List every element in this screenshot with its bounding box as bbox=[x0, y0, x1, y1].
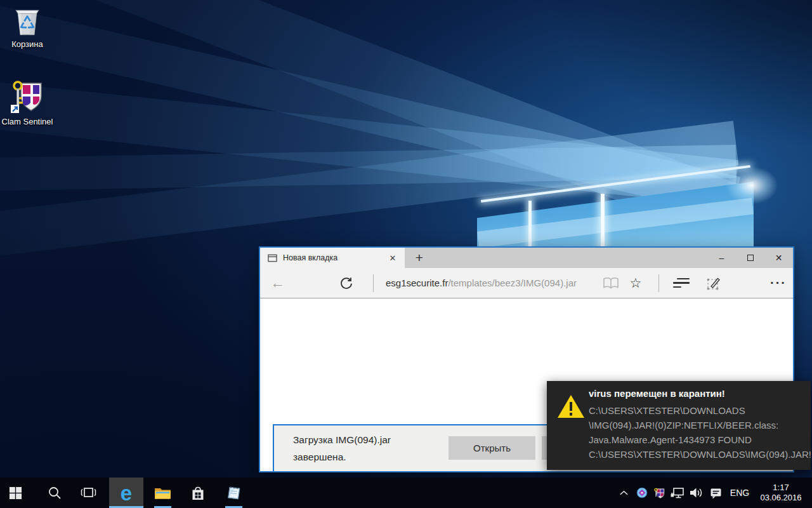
favorites-button[interactable]: ☆ bbox=[626, 274, 645, 293]
tab-page-icon bbox=[268, 254, 277, 262]
notepad-icon bbox=[226, 485, 242, 500]
minimize-button[interactable]: – bbox=[707, 248, 736, 268]
chevron-up-icon bbox=[619, 490, 629, 496]
toolbar-separator bbox=[658, 274, 659, 292]
taskbar-store-button[interactable] bbox=[181, 478, 214, 508]
file-explorer-icon bbox=[154, 486, 171, 500]
notification-line: Java.Malware.Agent-1434973 FOUND bbox=[589, 432, 811, 447]
taskbar-file-explorer-button[interactable] bbox=[146, 478, 179, 508]
start-button[interactable] bbox=[0, 478, 30, 508]
notification-line: C:\USERS\XTESTER\DOWNLOADS\IMG(094).JAR!… bbox=[589, 447, 811, 462]
taskbar-edge-button[interactable]: e bbox=[109, 478, 143, 508]
volume-icon bbox=[689, 487, 703, 498]
hub-icon bbox=[677, 278, 690, 279]
web-note-button[interactable] bbox=[704, 274, 723, 293]
task-view-button[interactable] bbox=[72, 478, 104, 508]
clam-sentinel-tray-icon bbox=[654, 488, 665, 498]
desktop-icon-label: Корзина bbox=[11, 39, 43, 49]
hub-button[interactable] bbox=[671, 274, 691, 293]
tray-clamwin-icon[interactable] bbox=[633, 478, 651, 508]
tab-close-icon[interactable]: ✕ bbox=[386, 253, 400, 263]
system-tray: ENG 1:17 03.06.2016 bbox=[614, 478, 812, 508]
notification-line: C:\USERS\XTESTER\DOWNLOADS bbox=[589, 403, 811, 418]
desktop-icon-recycle-bin[interactable]: Корзина bbox=[0, 6, 55, 49]
more-actions-button[interactable]: ··· bbox=[768, 274, 789, 293]
tray-clam-sentinel-icon[interactable] bbox=[651, 478, 668, 508]
notification-title: virus перемещен в карантин! bbox=[589, 388, 725, 399]
clock-time: 1:17 bbox=[773, 483, 789, 493]
download-message-line1: Загрузка IMG(094).jar bbox=[293, 431, 391, 448]
tray-network-icon[interactable] bbox=[668, 478, 686, 508]
tray-volume-icon[interactable] bbox=[686, 478, 705, 508]
tray-expand-button[interactable] bbox=[614, 478, 633, 508]
url-path: /templates/beez3/IMG(094).jar bbox=[448, 277, 577, 288]
browser-toolbar: ← esg1securite.fr/templates/beez3/IMG(09… bbox=[260, 268, 793, 298]
refresh-icon bbox=[339, 276, 354, 291]
maximize-icon bbox=[747, 255, 754, 261]
search-icon bbox=[48, 486, 62, 500]
notification-line: \IMG(094).JAR!(0)ZIP:NETFLIX/BEER.class: bbox=[589, 418, 811, 432]
windows-start-icon bbox=[9, 486, 22, 500]
refresh-button[interactable] bbox=[339, 276, 354, 291]
recycle-bin-icon bbox=[11, 6, 43, 37]
close-button[interactable]: ✕ bbox=[764, 248, 793, 268]
search-button[interactable] bbox=[39, 478, 70, 508]
desktop-icon-label: Clam Sentinel bbox=[2, 117, 53, 126]
taskbar-clock[interactable]: 1:17 03.06.2016 bbox=[754, 478, 812, 508]
download-message-line2: завершена. bbox=[293, 448, 391, 465]
clamwin-icon bbox=[636, 487, 648, 498]
hub-icon bbox=[673, 286, 681, 288]
language-indicator[interactable]: ENG bbox=[726, 478, 754, 508]
network-icon bbox=[671, 487, 684, 499]
antivirus-notification-popup[interactable]: virus перемещен в карантин! C:\USERS\XTE… bbox=[547, 381, 811, 470]
web-note-icon bbox=[706, 276, 721, 291]
task-view-icon bbox=[80, 486, 97, 499]
action-center-button[interactable] bbox=[705, 478, 726, 508]
toolbar-separator bbox=[373, 274, 374, 292]
reading-view-icon bbox=[603, 277, 619, 290]
taskbar: e bbox=[0, 478, 812, 508]
tab-new-tab[interactable]: Новая вкладка ✕ bbox=[260, 248, 405, 268]
edge-icon: e bbox=[121, 483, 132, 504]
taskbar-notepad-button[interactable] bbox=[217, 478, 250, 508]
warning-icon bbox=[557, 394, 585, 419]
notification-body: C:\USERS\XTESTER\DOWNLOADS \IMG(094).JAR… bbox=[589, 403, 811, 462]
back-button[interactable]: ← bbox=[270, 276, 285, 290]
address-bar[interactable]: esg1securite.fr/templates/beez3/IMG(094)… bbox=[386, 277, 577, 288]
download-open-button[interactable]: Открыть bbox=[449, 436, 535, 460]
screen: Корзина Clam Sentinel bbox=[0, 0, 812, 508]
maximize-button[interactable] bbox=[736, 248, 764, 268]
store-icon bbox=[191, 485, 205, 501]
window-controls: – ✕ bbox=[707, 248, 793, 268]
url-domain: esg1securite.fr bbox=[386, 277, 448, 288]
clock-date: 03.06.2016 bbox=[760, 493, 801, 503]
reading-view-button[interactable] bbox=[601, 274, 620, 293]
desktop-icon-clam-sentinel[interactable]: Clam Sentinel bbox=[0, 79, 55, 126]
tab-title: Новая вкладка bbox=[283, 253, 386, 262]
action-center-icon bbox=[709, 486, 723, 500]
download-message: Загрузка IMG(094).jar завершена. bbox=[293, 431, 391, 465]
clam-sentinel-icon bbox=[10, 79, 45, 114]
tab-bar: Новая вкладка ✕ + – ✕ bbox=[260, 248, 793, 268]
new-tab-button[interactable]: + bbox=[405, 248, 434, 268]
hub-icon bbox=[673, 282, 690, 283]
